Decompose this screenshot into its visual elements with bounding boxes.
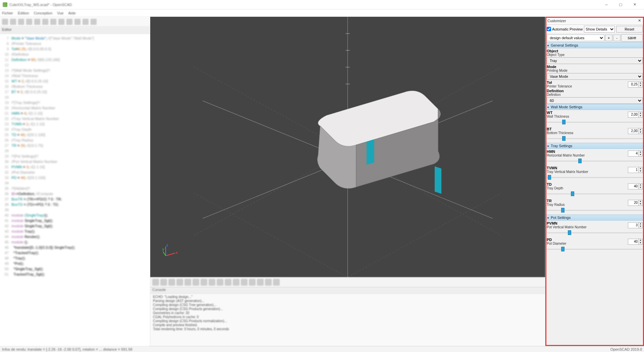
menu-file[interactable]: Fichier xyxy=(2,11,13,15)
param-td-name: TD xyxy=(547,182,628,186)
bt-slider[interactable] xyxy=(547,135,643,141)
td-spinner[interactable]: ▲▼ xyxy=(628,183,643,189)
param-def-desc: Definition xyxy=(547,93,643,97)
customizer-body[interactable]: General Settings Object Object Type Tray… xyxy=(545,42,644,346)
statusbar: Infos de rendu: translate = [-2.26 -16 -… xyxy=(0,346,644,352)
param-mode-name: Mode xyxy=(547,65,643,69)
minimize-button[interactable]: ─ xyxy=(600,1,613,8)
chevron-down-icon xyxy=(547,43,549,47)
svg-text:y: y xyxy=(162,247,164,251)
svg-line-13 xyxy=(166,253,175,256)
param-wt-desc: Wall Thickness xyxy=(547,115,628,118)
preset-add-button[interactable]: + xyxy=(605,35,612,41)
mode-select[interactable]: Vase Mode xyxy=(547,73,643,80)
customizer-close-icon[interactable]: ✕ xyxy=(637,18,642,23)
maximize-button[interactable]: ▢ xyxy=(614,1,627,8)
param-pd-name: PD xyxy=(547,238,628,242)
window-title: CuteXXLTray_WS.scad* - OpenSCAD xyxy=(9,3,600,7)
pvmn-slider[interactable] xyxy=(547,230,643,236)
pd-spinner[interactable]: ▲▼ xyxy=(628,239,643,245)
param-tol-desc: Printer Tolerance xyxy=(547,84,628,88)
menu-design[interactable]: Conception xyxy=(34,11,53,15)
reset-button[interactable]: Reset xyxy=(616,26,643,33)
param-tol-name: Tol xyxy=(547,80,628,84)
param-object-desc: Object Type xyxy=(547,53,643,57)
tvmn-slider[interactable] xyxy=(547,174,643,180)
section-tray[interactable]: Tray Settings xyxy=(545,143,644,149)
svg-line-1 xyxy=(348,193,501,277)
param-td-desc: Tray Depth xyxy=(547,186,628,190)
object-type-select[interactable]: Tray xyxy=(547,57,643,64)
pd-slider[interactable] xyxy=(547,246,643,252)
svg-rect-11 xyxy=(367,139,374,165)
customizer-title: Customizer xyxy=(547,19,637,23)
param-wt-name: WT xyxy=(547,111,628,115)
param-mode-desc: Printing Mode xyxy=(547,69,643,72)
preset-select[interactable]: design default values xyxy=(547,35,604,41)
param-tr-name: TR xyxy=(547,199,628,203)
section-general[interactable]: General Settings xyxy=(545,42,644,48)
param-hmn-desc: Horizontal Matrix Number xyxy=(547,154,628,157)
tol-spinner[interactable]: ▲▼ xyxy=(628,81,643,87)
definition-select[interactable]: 60 xyxy=(547,97,643,104)
detail-select[interactable]: Show Details xyxy=(584,26,615,33)
console-output[interactable]: ECHO: "Loading design..." Parsing design… xyxy=(150,294,545,346)
auto-preview-checkbox[interactable]: Automatic Preview xyxy=(547,27,583,31)
wt-slider[interactable] xyxy=(547,119,643,125)
viewport-toolbar[interactable] xyxy=(150,277,545,287)
param-pd-desc: Pot Diameter xyxy=(547,242,628,245)
tr-spinner[interactable]: ▲▼ xyxy=(628,200,643,206)
customizer-panel: Customizer ✕ Automatic Preview Show Deta… xyxy=(545,17,644,346)
save-preset-button[interactable]: save preset xyxy=(621,34,643,42)
chevron-down-icon xyxy=(547,105,549,109)
param-object-name: Object xyxy=(547,49,643,53)
app-icon xyxy=(3,2,7,7)
param-tvmn-name: TVMN xyxy=(547,166,628,170)
hmn-spinner[interactable]: ▲▼ xyxy=(628,151,643,157)
svg-line-15 xyxy=(163,252,166,256)
editor-tabbar[interactable]: Editor xyxy=(0,27,150,34)
wt-spinner[interactable]: ▲▼ xyxy=(628,112,643,118)
editor-toolbar[interactable] xyxy=(0,17,150,27)
svg-text:x: x xyxy=(176,250,178,254)
status-right: OpenSCAD 2019.0 xyxy=(610,347,642,351)
menubar[interactable]: Fichier Édition Conception Vue Aide xyxy=(0,9,644,17)
console-header: Console xyxy=(150,288,545,294)
hmn-slider[interactable] xyxy=(547,158,643,164)
param-tvmn-desc: Tray Vertical Matrix Number xyxy=(547,170,628,174)
svg-line-0 xyxy=(194,193,347,277)
close-button[interactable]: ✕ xyxy=(628,1,641,8)
param-tr-desc: Tray Radius xyxy=(547,203,628,207)
menu-help[interactable]: Aide xyxy=(68,11,75,15)
param-def-name: Definition xyxy=(547,89,643,93)
param-pvmn-desc: Pot Vertical Matrix Number xyxy=(547,225,628,229)
console-pane: Console ECHO: "Loading design..." Parsin… xyxy=(150,287,545,346)
3d-viewport[interactable]: x y z xyxy=(150,17,545,277)
param-hmn-name: HMN xyxy=(547,150,628,154)
param-bt-name: BT xyxy=(547,127,628,131)
bt-spinner[interactable]: ▲▼ xyxy=(628,128,643,134)
param-pvmn-name: PVMN xyxy=(547,221,628,225)
td-slider[interactable] xyxy=(547,191,643,197)
chevron-down-icon xyxy=(547,216,549,220)
code-editor[interactable]: 7Mode = "Vase Mode"; //["Vase Mode","Wal… xyxy=(0,34,150,346)
chevron-down-icon xyxy=(547,144,549,148)
editor-pane: Editor 7Mode = "Vase Mode"; //["Vase Mod… xyxy=(0,17,150,346)
axis-gizmo: x y z xyxy=(162,243,178,259)
section-wall[interactable]: Wall Mode Settings xyxy=(545,104,644,110)
tr-slider[interactable] xyxy=(547,207,643,213)
tvmn-spinner[interactable]: ▲▼ xyxy=(628,167,643,173)
center-pane: x y z Console ECHO: "Loading design..." … xyxy=(150,17,545,346)
svg-text:z: z xyxy=(166,243,168,247)
section-pot[interactable]: Pot Settings xyxy=(545,215,644,221)
menu-edit[interactable]: Édition xyxy=(18,11,29,15)
titlebar: CuteXXLTray_WS.scad* - OpenSCAD ─ ▢ ✕ xyxy=(0,0,644,9)
pvmn-spinner[interactable]: ▲▼ xyxy=(628,222,643,228)
param-bt-desc: Bottom Thickness xyxy=(547,131,628,135)
svg-rect-12 xyxy=(435,166,441,194)
status-left: Infos de rendu: translate = [-2.26 -16 -… xyxy=(2,347,610,351)
preset-remove-button[interactable]: - xyxy=(613,35,621,41)
menu-view[interactable]: Vue xyxy=(57,11,63,15)
